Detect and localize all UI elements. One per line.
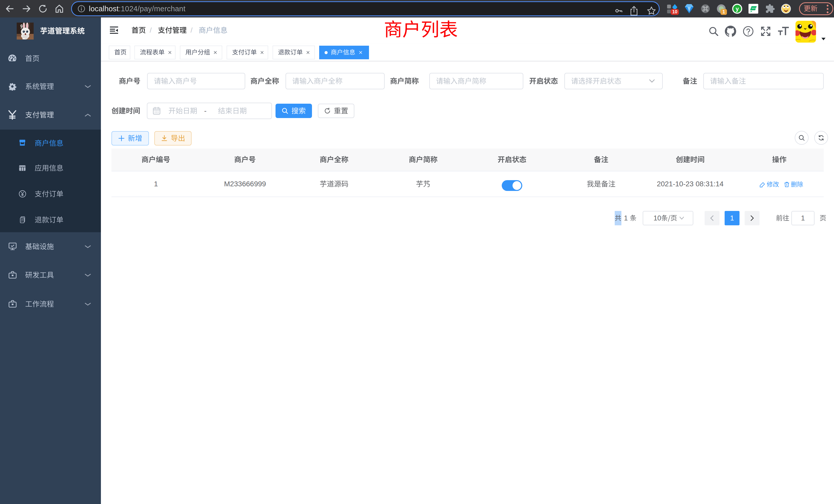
- svg-text:y: y: [736, 6, 739, 12]
